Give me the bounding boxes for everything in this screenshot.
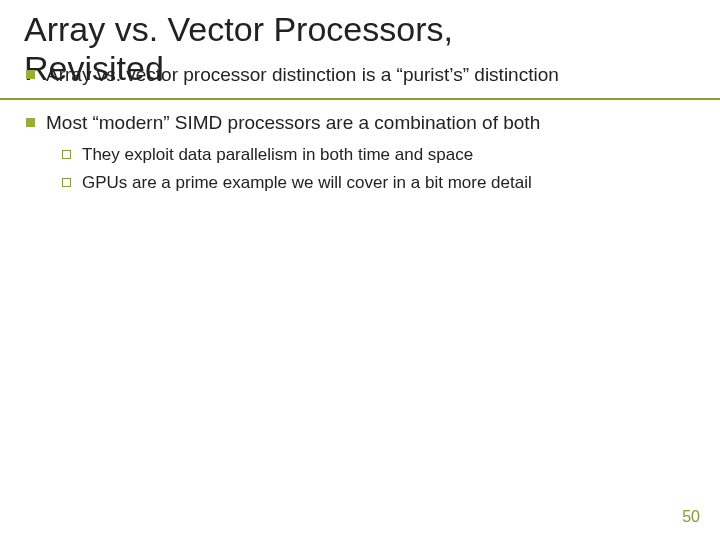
slide-body: Array vs. vector processor distinction i… (24, 62, 696, 217)
list-item: GPUs are a prime example we will cover i… (46, 171, 696, 195)
list-item: Array vs. vector processor distinction i… (24, 62, 696, 88)
bullet-text: Array vs. vector processor distinction i… (46, 64, 559, 85)
bullet-list: Array vs. vector processor distinction i… (24, 62, 696, 195)
sub-bullet-text: GPUs are a prime example we will cover i… (82, 173, 532, 192)
page-number: 50 (682, 508, 700, 526)
list-item: They exploit data parallelism in both ti… (46, 143, 696, 167)
slide: Array vs. Vector Processors, Revisited A… (0, 0, 720, 540)
title-line-1: Array vs. Vector Processors, (24, 10, 453, 48)
sub-bullet-text: They exploit data parallelism in both ti… (82, 145, 473, 164)
list-item: Most “modern” SIMD processors are a comb… (24, 110, 696, 195)
sub-bullet-list: They exploit data parallelism in both ti… (46, 143, 696, 195)
bullet-text: Most “modern” SIMD processors are a comb… (46, 112, 540, 133)
